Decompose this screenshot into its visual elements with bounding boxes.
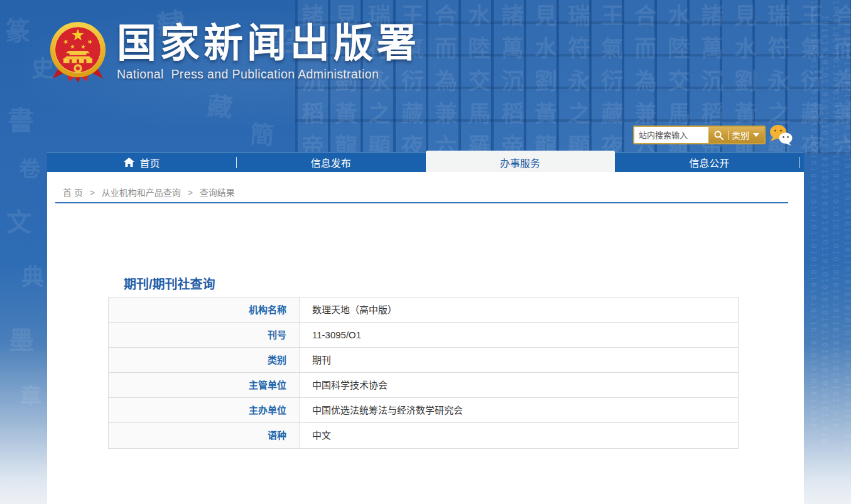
chevron-down-icon (753, 133, 759, 137)
search-controls: 类别 (708, 127, 764, 143)
breadcrumb-separator: > (90, 188, 95, 198)
search-divider (728, 131, 729, 140)
seal-watermark-glyph: 卷 (19, 158, 40, 180)
seal-watermark-glyph: 篆 (5, 19, 30, 44)
row-label: 主管单位 (109, 373, 300, 397)
row-value: 数理天地（高中版） (300, 298, 738, 322)
breadcrumb-separator: > (188, 188, 193, 198)
national-emblem-logo (48, 19, 108, 85)
seal-watermark-glyph: 墨 (9, 328, 34, 353)
row-value: 期刊 (300, 348, 738, 372)
breadcrumb: 首 页 > 从业机构和产品查询 > 查询结果 (63, 186, 235, 198)
nav-item-label: 首页 (140, 155, 160, 170)
row-value: 11-3095/O1 (300, 323, 738, 347)
seal-watermark-glyph: 簡 (249, 122, 275, 148)
search-icon (713, 130, 724, 141)
home-icon (124, 158, 134, 167)
result-table: 机构名称 数理天地（高中版） 刊号 11-3095/O1 类别 期刊 主管单位 … (108, 297, 739, 449)
nav-item-disclosure[interactable]: 信息公开 (615, 153, 804, 172)
row-value: 中文 (300, 423, 738, 448)
row-label: 机构名称 (109, 298, 300, 322)
nav-divider (236, 157, 237, 168)
table-row: 刊号 11-3095/O1 (109, 323, 738, 348)
brand-home-link[interactable]: 国家新闻出版署 National Press and Publication A… (48, 19, 420, 85)
table-row: 类别 期刊 (109, 348, 738, 373)
wechat-icon[interactable] (769, 124, 794, 146)
seal-watermark-glyph: 書 (8, 108, 34, 134)
row-label: 刊号 (109, 323, 300, 347)
main-nav: 首页 信息发布 办事服务 信息公开 (47, 152, 804, 172)
row-label: 语种 (109, 423, 300, 448)
content-panel: 首 页 > 从业机构和产品查询 > 查询结果 期刊/期刊社查询 机构名称 数理天… (47, 172, 804, 504)
row-value: 中国优选法统筹法与经济数学研究会 (300, 398, 738, 422)
nav-item-home[interactable]: 首页 (47, 153, 236, 172)
nav-item-news[interactable]: 信息发布 (236, 153, 425, 172)
binary-watermark-column: 1010101010110101010101011010101010101101… (843, 23, 851, 487)
category-dropdown[interactable]: 类别 (732, 129, 759, 141)
nav-divider (800, 157, 800, 168)
seal-watermark-glyph: 藏 (206, 93, 234, 121)
nav-item-label: 信息发布 (311, 155, 351, 170)
breadcrumb-home[interactable]: 首 页 (63, 188, 83, 198)
site-search: 类别 (633, 126, 766, 144)
seal-tile-row: 稻黃之藏兼馬稻黃之藏兼馬稻黃之藏兼馬 (295, 98, 851, 131)
seal-watermark-glyph: 文 (6, 210, 31, 235)
seal-watermark-glyph: 典 (21, 266, 44, 289)
binary-watermark-column: 1010101010110101010101011010101010101101… (820, 15, 829, 480)
page-title: 期刊/期刊社查询 (124, 274, 215, 292)
category-label: 类别 (732, 129, 749, 141)
binary-watermark-column: 1010101010110101010101011010101010101101… (809, 0, 818, 464)
row-label: 类别 (109, 348, 300, 372)
site-title: 国家新闻出版署 (117, 21, 420, 65)
row-label: 主办单位 (109, 398, 300, 422)
search-button[interactable] (711, 130, 727, 141)
nav-item-label: 办事服务 (500, 155, 540, 170)
nav-item-label: 信息公开 (689, 155, 729, 170)
breadcrumb-result: 查询结果 (200, 188, 235, 198)
page: 諸見瑞王合水諸見瑞王合水諸見瑞王合水 萬水符氣而陸萬水符氣而陸萬水符氣而陸 沉劉… (0, 0, 851, 504)
table-row: 机构名称 数理天地（高中版） (109, 298, 738, 323)
row-value: 中国科学技术协会 (300, 373, 738, 397)
seal-watermark-glyph: 章 (20, 385, 41, 407)
table-row: 主管单位 中国科学技术协会 (109, 373, 738, 398)
table-row: 语种 中文 (109, 423, 738, 448)
table-row: 主办单位 中国优选法统筹法与经济数学研究会 (109, 398, 738, 423)
breadcrumb-query[interactable]: 从业机构和产品查询 (102, 188, 181, 198)
nav-item-services[interactable]: 办事服务 (426, 151, 615, 172)
breadcrumb-rule (55, 202, 788, 203)
site-subtitle: National Press and Publication Administr… (117, 67, 420, 82)
brand-text: 国家新闻出版署 National Press and Publication A… (117, 19, 420, 85)
binary-watermark-column: 1010101010110101010101011010101010101101… (832, 0, 840, 464)
search-input[interactable] (634, 127, 708, 143)
